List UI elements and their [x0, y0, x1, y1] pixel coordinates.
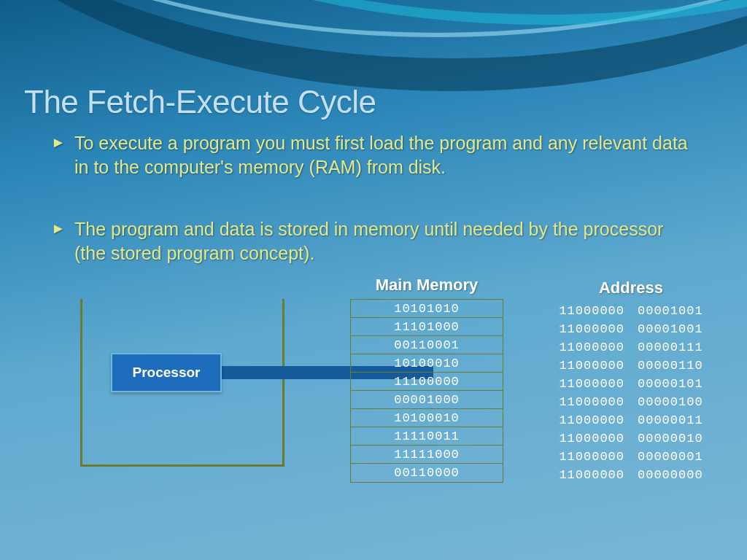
main-memory-label: Main Memory [350, 276, 503, 295]
memory-cell: 00001000 [351, 391, 503, 409]
memory-cell: 10100010 [351, 409, 503, 427]
memory-cell: 11100000 [351, 373, 503, 391]
bullet-marker-icon: ► [51, 217, 74, 265]
main-memory-block: Main Memory 10101010 11101000 00110001 1… [350, 276, 503, 483]
bullet-text: To execute a program you must first load… [74, 131, 693, 179]
memory-cell: 00110001 [351, 336, 503, 354]
address-row: 1100000000000110 [540, 357, 722, 375]
memory-cell: 11101000 [351, 318, 503, 336]
memory-cell: 10100010 [351, 354, 503, 373]
memory-cell: 10101010 [351, 300, 503, 318]
address-row: 1100000000000010 [540, 429, 722, 448]
address-row: 1100000000000101 [540, 375, 722, 393]
memory-cell: 00110000 [351, 464, 503, 482]
bullet-marker-icon: ► [51, 131, 74, 179]
memory-cell: 11111000 [351, 446, 503, 464]
slide-title: The Fetch-Execute Cycle [24, 84, 376, 120]
address-row: 1100000000000001 [540, 448, 722, 466]
address-row: 1100000000000011 [540, 411, 722, 429]
address-row: 1100000000000111 [540, 338, 722, 357]
address-block: Address 1100000000001001 110000000000100… [540, 279, 722, 484]
address-row: 1100000000001001 [540, 320, 722, 338]
address-label: Address [540, 279, 722, 298]
bullet-text: The program and data is stored in memory… [74, 217, 693, 265]
processor-box: Processor [111, 353, 222, 392]
bullet-item: ► To execute a program you must first lo… [51, 131, 693, 179]
processor-diagram: Processor [80, 299, 285, 467]
address-row: 1100000000000000 [540, 466, 722, 484]
memory-cell: 11110011 [351, 427, 503, 446]
bullet-item: ► The program and data is stored in memo… [51, 217, 693, 265]
address-row: 1100000000001001 [540, 302, 722, 320]
slide: The Fetch-Execute Cycle ► To execute a p… [0, 0, 747, 560]
address-row: 1100000000000100 [540, 393, 722, 411]
memory-cells: 10101010 11101000 00110001 10100010 1110… [350, 299, 503, 483]
